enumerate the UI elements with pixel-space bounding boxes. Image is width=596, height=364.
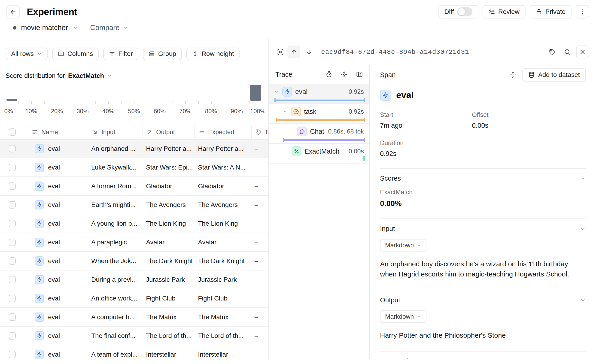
columns-button[interactable]: Columns	[52, 48, 98, 60]
all-rows-filter-button[interactable]: All rows	[6, 48, 48, 60]
scores-section-header[interactable]: Scores	[380, 175, 586, 182]
select-all-checkbox[interactable]	[9, 128, 16, 136]
table-row[interactable]: eval A paraplegic ... Avatar Avatar –	[0, 233, 268, 252]
output-title: Output	[380, 296, 400, 304]
span-duration: 0.92s	[349, 88, 364, 95]
row-checkbox[interactable]	[9, 145, 16, 152]
tag-icon	[550, 49, 555, 55]
tick-label: 0%	[4, 108, 13, 115]
table-row[interactable]: eval Luke Skywalk... Star Wars: Epi... S…	[0, 158, 268, 177]
table-row[interactable]: eval A team of expl... Interstellar Inte…	[0, 345, 268, 359]
table-row[interactable]: eval A computer h... The Matrix The Matr…	[0, 308, 268, 327]
chevron-down-icon[interactable]	[274, 89, 279, 95]
span-name: Chat C...	[310, 128, 325, 135]
section-divider	[380, 351, 586, 351]
name-cell: eval	[28, 163, 88, 172]
database-icon	[528, 72, 535, 78]
row-checkbox[interactable]	[9, 164, 16, 171]
column-header-expected[interactable]: Expected	[194, 125, 251, 139]
tags-cell: –	[251, 332, 268, 340]
row-checkbox[interactable]	[9, 182, 16, 190]
next-row-button[interactable]	[303, 45, 316, 59]
table-row[interactable]: eval When the Jok... The Dark Knight The…	[0, 252, 268, 270]
table-row[interactable]: eval The final conf... The Lord of th...…	[0, 327, 268, 345]
input-cell: A former Rom...	[88, 182, 142, 190]
table-row[interactable]: eval An office work... Fight Club Fight …	[0, 289, 268, 308]
chevron-down-icon	[73, 25, 78, 30]
tags-cell: –	[251, 276, 268, 283]
list-icon	[32, 129, 38, 135]
output-section-header[interactable]: Output	[380, 296, 586, 304]
row-checkbox[interactable]	[9, 257, 16, 265]
experiment-dot	[13, 26, 16, 30]
table-row[interactable]: eval An orphaned ... Harry Potter a... H…	[0, 140, 268, 158]
row-checkbox[interactable]	[9, 295, 16, 302]
input-cell: During a previ...	[88, 276, 142, 283]
row-name: eval	[48, 182, 60, 190]
arrow-left-icon	[11, 10, 15, 14]
back-button[interactable]	[7, 5, 20, 18]
group-button[interactable]: Group	[143, 48, 182, 60]
name-cell: eval	[28, 238, 88, 247]
span-name: ExactMatch	[305, 148, 340, 155]
row-height-button[interactable]: Row height	[186, 48, 239, 60]
checkbox-cell	[0, 313, 28, 321]
table-row[interactable]: eval A former Rom... Gladiator Gladiator…	[0, 177, 268, 196]
row-checkbox[interactable]	[9, 313, 16, 321]
tick-label: 70%	[179, 108, 191, 115]
column-label: Expected	[208, 129, 234, 136]
table-row[interactable]: eval During a previ... Jurassic Park Jur…	[0, 270, 268, 289]
timer-icon[interactable]	[326, 71, 332, 78]
more-menu-button[interactable]	[576, 5, 589, 18]
trace-row-exactmatch[interactable]: ExactMatch 0.00s	[269, 144, 369, 163]
tag-button[interactable]	[546, 45, 559, 59]
collapse-vertical-icon[interactable]	[341, 71, 348, 78]
column-header-output[interactable]: Output	[142, 125, 194, 139]
focus-trace-button[interactable]	[276, 45, 285, 59]
trace-row-chat-completion[interactable]: Chat C... 0.86s, 68 tok	[269, 124, 369, 144]
row-checkbox[interactable]	[9, 276, 16, 283]
add-to-dataset-button[interactable]: Add to dataset	[522, 68, 586, 82]
input-format-select[interactable]: Markdown	[380, 239, 426, 252]
row-checkbox[interactable]	[9, 238, 16, 246]
compare-selector[interactable]: Compare	[90, 23, 128, 32]
private-button[interactable]: Private	[530, 5, 572, 18]
previous-row-button[interactable]	[287, 45, 300, 59]
close-panel-button[interactable]	[576, 45, 589, 59]
table-row[interactable]: eval Earth's mighti... The Avengers The …	[0, 196, 268, 214]
start-value: 7m ago	[380, 122, 472, 129]
table-row[interactable]: eval A young lion p... The Lion King The…	[0, 214, 268, 233]
output-format-select[interactable]: Markdown	[380, 310, 426, 323]
trace-row-task[interactable]: task 0.92s	[269, 104, 369, 124]
arrow-down-right-icon	[92, 129, 98, 135]
diff-toggle[interactable]	[457, 7, 472, 16]
checkbox-cell	[0, 295, 28, 302]
expected-section-header[interactable]: Expected	[380, 357, 586, 359]
trace-row-eval[interactable]: eval 0.92s	[269, 84, 369, 104]
row-checkbox[interactable]	[9, 201, 16, 208]
experiment-selector[interactable]: movie matcher	[13, 23, 78, 32]
eval-icon	[282, 87, 292, 97]
search-button[interactable]	[561, 45, 574, 59]
row-checkbox[interactable]	[9, 220, 16, 227]
chevron-down-icon	[417, 243, 421, 248]
tick-label: 90%	[231, 108, 243, 115]
column-header-tags[interactable]: Tags	[251, 125, 268, 139]
span-metadata: Start 7m ago Offset 0.00s Duration 0.92s	[380, 111, 586, 157]
tags-cell: –	[251, 351, 268, 358]
diff-toggle-group[interactable]: Diff	[439, 5, 479, 18]
score-distribution-header[interactable]: Score distribution for ExactMatch	[6, 72, 263, 80]
collapse-panel-icon[interactable]	[356, 71, 363, 78]
row-checkbox[interactable]	[9, 332, 16, 340]
trace-title: Trace	[275, 71, 292, 78]
chevron-down-icon[interactable]	[282, 109, 288, 114]
row-checkbox[interactable]	[9, 351, 16, 358]
input-section-header[interactable]: Input	[380, 225, 586, 233]
column-header-name[interactable]: Name	[28, 125, 88, 139]
filter-button[interactable]: Filter	[103, 48, 138, 60]
review-button[interactable]: Review	[483, 5, 526, 18]
eval-icon	[35, 238, 44, 247]
sub-header: movie matcher Compare	[0, 22, 596, 39]
expand-sections-button[interactable]	[509, 71, 516, 78]
column-header-input[interactable]: Input	[88, 125, 142, 139]
